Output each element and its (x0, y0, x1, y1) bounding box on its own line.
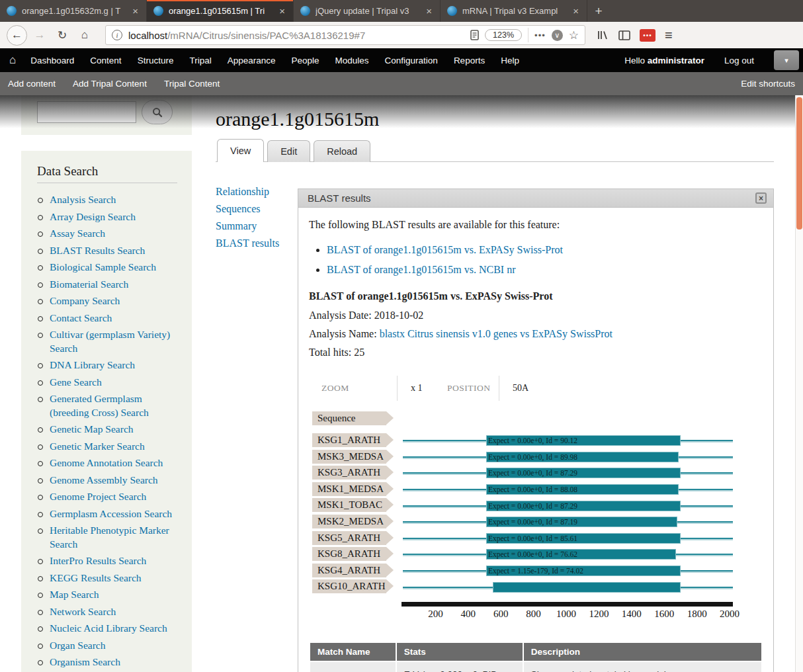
analysis-name-link[interactable]: blastx Citrus sinensis v1.0 genes vs ExP… (380, 328, 613, 339)
menu-hamburger-icon[interactable]: ≡ (665, 28, 673, 43)
page-scrollbar[interactable] (795, 95, 803, 672)
data-search-link[interactable]: Genome Project Search (50, 491, 146, 502)
browser-tab[interactable]: jQuery update | Tripal v3× (294, 0, 441, 22)
browser-tab[interactable]: mRNA | Tripal v3 Exampl× (441, 0, 587, 22)
reader-mode-icon[interactable] (470, 30, 479, 40)
admin-menu-item-appearance[interactable]: Appearance (220, 56, 284, 65)
hit-name-tag[interactable]: MSK1_MEDSA (312, 482, 386, 496)
admin-menu-item-content[interactable]: Content (82, 56, 129, 65)
tab-close-icon[interactable]: × (425, 5, 433, 17)
data-search-link[interactable]: Assay Search (50, 228, 105, 239)
hit-rail: Expect = 0.00e+0, Id = 90.12 (403, 433, 733, 449)
sidebars-icon[interactable] (618, 30, 630, 40)
back-button[interactable]: ← (7, 25, 27, 46)
data-search-link[interactable]: DNA Library Search (50, 359, 135, 370)
toc-link[interactable]: BLAST results (216, 235, 298, 252)
toc-link[interactable]: Sequences (216, 200, 298, 218)
screenshot-extension-icon[interactable]: ••• (640, 29, 655, 42)
hit-name-tag[interactable]: KSG8_ARATH (312, 547, 386, 561)
shortcut-item[interactable]: Tripal Content (164, 79, 220, 89)
close-icon[interactable]: × (755, 192, 767, 204)
admin-menu-item-modules[interactable]: Modules (327, 56, 377, 65)
data-search-link[interactable]: Generated Germplasm (breeding Cross) Sea… (50, 393, 149, 418)
url-text[interactable]: localhost/mRNA/Citrus/sinensis/PAC%3A181… (128, 30, 464, 41)
tab-close-icon[interactable]: × (571, 5, 580, 17)
hit-name-tag[interactable]: MSK1_TOBAC (312, 498, 386, 512)
search-button[interactable] (142, 100, 173, 124)
logout-link[interactable]: Log out (716, 56, 762, 65)
data-search-link[interactable]: KEGG Results Search (50, 572, 142, 583)
tab-close-icon[interactable]: × (278, 5, 286, 17)
browser-tab[interactable]: orange1.1g015615m | Tri× (147, 0, 294, 22)
data-search-link[interactable]: Company Search (50, 295, 120, 306)
data-search-link[interactable]: Organism Search (50, 656, 120, 667)
toc-link[interactable]: Relationship (216, 183, 298, 200)
data-search-link[interactable]: Genetic Map Search (50, 423, 134, 435)
refresh-button[interactable]: ↻ (52, 25, 72, 45)
data-search-link[interactable]: Analysis Search (50, 194, 116, 205)
data-search-link[interactable]: Map Search (50, 589, 99, 600)
zoom-value[interactable]: x 1 (398, 383, 447, 394)
library-icon[interactable] (597, 30, 609, 40)
panel-header[interactable]: BLAST results × (298, 189, 773, 208)
admin-menu-item-dashboard[interactable]: Dashboard (22, 56, 82, 65)
axis-tick: 1400 (622, 609, 642, 620)
hit-name-tag[interactable]: MSK3_MEDSA (312, 450, 386, 464)
pocket-icon[interactable]: ∨ (552, 30, 563, 41)
admin-menu-item-configuration[interactable]: Configuration (377, 56, 446, 65)
browser-tab[interactable]: orange1.1g015632m.g | T× (0, 0, 147, 22)
shortcut-item[interactable]: Add Tripal Content (73, 79, 147, 89)
scrollbar-thumb[interactable] (796, 97, 802, 230)
data-search-link[interactable]: Genome Annotation Search (50, 457, 163, 468)
data-search-link[interactable]: InterPro Results Search (50, 555, 146, 566)
page-actions-icon[interactable]: ••• (534, 30, 546, 40)
hit-name-tag[interactable]: KSG4_ARATH (312, 564, 386, 577)
data-search-link[interactable]: Genetic Marker Search (50, 441, 145, 452)
hit-name-tag[interactable]: KSG5_ARATH (312, 531, 386, 545)
admin-menu-item-tripal[interactable]: Tripal (181, 56, 219, 65)
tab-view[interactable]: View (217, 139, 264, 162)
bookmark-star-icon[interactable]: ☆ (569, 28, 579, 42)
edit-shortcuts-link[interactable]: Edit shortcuts (741, 79, 795, 89)
data-search-link[interactable]: Cultivar (germplasm Variety) Search (50, 329, 170, 354)
data-search-link[interactable]: Contact Search (50, 312, 112, 323)
data-search-link[interactable]: Heritable Phenotypic Marker Search (50, 525, 169, 550)
data-search-link[interactable]: Array Design Search (50, 211, 136, 222)
data-search-link[interactable]: Biological Sample Search (50, 261, 156, 273)
admin-home-icon[interactable]: ⌂ (9, 54, 16, 67)
list-item: BLAST Results Search (37, 244, 177, 258)
hit-bar[interactable] (493, 582, 681, 593)
data-search-link[interactable]: Nucleic Acid Library Search (50, 622, 167, 634)
blast-result-link[interactable]: BLAST of orange1.1g015615m vs. ExPASy Sw… (327, 244, 563, 255)
toc-link[interactable]: Summary (216, 218, 298, 235)
tab-edit[interactable]: Edit (267, 140, 310, 162)
data-search-link[interactable]: Organ Search (50, 640, 106, 651)
new-tab-button[interactable]: + (587, 0, 610, 22)
hit-name-tag[interactable]: KSG10_ARATH (312, 579, 386, 593)
admin-menu-item-structure[interactable]: Structure (130, 56, 182, 65)
toolbar-toggle-button[interactable]: ▾ (774, 50, 799, 70)
admin-menu-item-help[interactable]: Help (493, 56, 527, 65)
data-search-link[interactable]: Network Search (50, 606, 116, 617)
data-search-link[interactable]: Gene Search (50, 376, 102, 388)
search-input[interactable] (37, 101, 136, 123)
home-button[interactable]: ⌂ (75, 25, 95, 45)
hit-name-tag[interactable]: KSG1_ARATH (312, 433, 386, 447)
position-value[interactable]: 50A (499, 383, 528, 394)
zoom-level-badge[interactable]: 123% (485, 29, 522, 41)
hit-name-tag[interactable]: KSG3_ARATH (312, 466, 386, 480)
site-info-icon[interactable]: i (112, 30, 122, 40)
hit-name-tag[interactable]: MSK2_MEDSA (312, 515, 386, 528)
data-search-link[interactable]: Germplasm Accession Search (50, 508, 172, 519)
forward-button[interactable]: → (30, 25, 50, 45)
data-search-link[interactable]: Biomaterial Search (50, 278, 128, 290)
url-bar[interactable]: i localhost/mRNA/Citrus/sinensis/PAC%3A1… (105, 25, 585, 45)
tab-reload[interactable]: Reload (314, 140, 370, 162)
data-search-link[interactable]: Genome Assembly Search (50, 474, 158, 485)
admin-menu-item-reports[interactable]: Reports (446, 56, 493, 65)
admin-menu-item-people[interactable]: People (283, 56, 327, 65)
data-search-link[interactable]: BLAST Results Search (50, 245, 145, 256)
blast-result-link[interactable]: BLAST of orange1.1g015615m vs. NCBI nr (327, 264, 515, 275)
shortcut-item[interactable]: Add content (8, 79, 56, 89)
tab-close-icon[interactable]: × (131, 5, 140, 17)
